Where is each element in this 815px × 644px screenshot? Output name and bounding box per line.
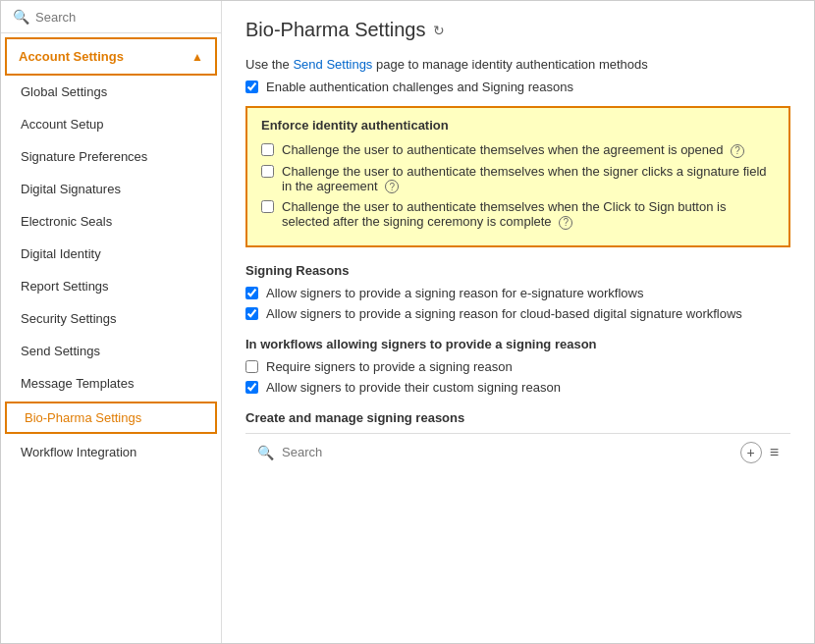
page-title: Bio-Pharma Settings [245,19,425,41]
in-workflows-checkbox-1[interactable] [245,381,258,394]
send-settings-link[interactable]: Send Settings [293,57,372,72]
sidebar: 🔍 Account Settings ▲ Global Settings Acc… [1,1,222,643]
nav-section: Account Settings ▲ Global Settings Accou… [1,33,221,643]
nav-items-list: Global Settings Account Setup Signature … [1,76,221,468]
sidebar-item-message-templates[interactable]: Message Templates [1,367,221,400]
in-workflows-title: In workflows allowing signers to provide… [245,337,790,351]
help-icon-0[interactable]: ? [731,144,744,158]
sidebar-item-workflow-integration[interactable]: Workflow Integration [1,436,221,468]
menu-icon[interactable]: ≡ [770,444,779,461]
enforce-checkbox-2[interactable] [261,200,274,213]
sidebar-item-send-settings[interactable]: Send Settings [1,335,221,367]
bottom-search-input[interactable] [282,445,733,459]
refresh-icon[interactable]: ↻ [433,23,445,38]
enforce-item-2: Challenge the user to authenticate thems… [261,199,775,230]
account-settings-label: Account Settings [19,49,124,64]
signing-reason-label-0: Allow signers to provide a signing reaso… [266,286,643,300]
sidebar-item-global-settings[interactable]: Global Settings [1,76,221,108]
sidebar-item-electronic-seals[interactable]: Electronic Seals [1,205,221,238]
bottom-search-bar: 🔍 + ≡ [245,433,790,471]
signing-reason-label-1: Allow signers to provide a signing reaso… [266,306,742,321]
enforce-item-0: Challenge the user to authenticate thems… [261,142,775,158]
enforce-auth-box: Enforce identity authentication Challeng… [245,106,790,247]
sidebar-item-digital-identity[interactable]: Digital Identity [1,238,221,270]
sidebar-item-account-setup[interactable]: Account Setup [1,108,221,140]
bottom-search-icon: 🔍 [257,445,274,460]
add-button[interactable]: + [740,442,762,463]
sidebar-item-bio-pharma-settings[interactable]: Bio-Pharma Settings [5,402,217,434]
signing-reason-row-0: Allow signers to provide a signing reaso… [245,286,790,300]
sidebar-item-security-settings[interactable]: Security Settings [1,302,221,335]
enforce-checkbox-1[interactable] [261,165,274,178]
enforce-auth-title: Enforce identity authentication [261,118,775,133]
search-input[interactable] [35,10,209,25]
enable-auth-label: Enable authentication challenges and Sig… [266,80,573,94]
sidebar-search-container: 🔍 [1,1,221,33]
enforce-item-1: Challenge the user to authenticate thems… [261,164,775,194]
intro-text: Use the Send Settings page to manage ide… [245,57,790,72]
help-icon-2[interactable]: ? [559,216,572,230]
sidebar-item-digital-signatures[interactable]: Digital Signatures [1,173,221,205]
app-window: 🔍 Account Settings ▲ Global Settings Acc… [0,0,815,644]
sidebar-item-signature-preferences[interactable]: Signature Preferences [1,140,221,173]
enforce-label-1: Challenge the user to authenticate thems… [282,164,775,194]
enable-auth-checkbox[interactable] [245,80,258,93]
create-manage-title: Create and manage signing reasons [245,410,790,425]
bottom-actions: + ≡ [740,442,779,463]
page-title-container: Bio-Pharma Settings ↻ [245,19,790,41]
in-workflows-label-0: Require signers to provide a signing rea… [266,359,513,374]
enforce-checkbox-0[interactable] [261,143,274,156]
enforce-label-2: Challenge the user to authenticate thems… [282,199,775,230]
signing-reason-checkbox-0[interactable] [245,287,258,299]
signing-reason-checkbox-1[interactable] [245,307,258,320]
main-content: Bio-Pharma Settings ↻ Use the Send Setti… [222,1,814,643]
account-settings-header[interactable]: Account Settings ▲ [5,37,217,76]
signing-reason-row-1: Allow signers to provide a signing reaso… [245,306,790,321]
in-workflows-label-1: Allow signers to provide their custom si… [266,380,561,395]
signing-reasons-title: Signing Reasons [245,263,790,278]
enable-auth-row: Enable authentication challenges and Sig… [245,80,790,94]
help-icon-1[interactable]: ? [385,180,399,193]
in-workflows-row-0: Require signers to provide a signing rea… [245,359,790,374]
search-icon: 🔍 [13,9,29,25]
in-workflows-row-1: Allow signers to provide their custom si… [245,380,790,395]
enforce-label-0: Challenge the user to authenticate thems… [282,142,744,158]
in-workflows-checkbox-0[interactable] [245,360,258,373]
chevron-up-icon: ▲ [191,50,203,64]
sidebar-item-report-settings[interactable]: Report Settings [1,270,221,302]
